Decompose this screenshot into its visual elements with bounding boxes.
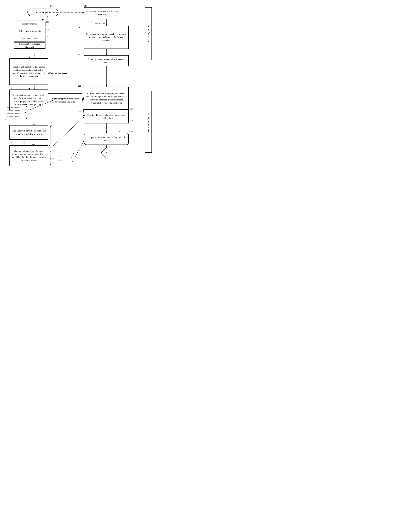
mapping-set-4: {s₄, statements₄} [7,115,20,118]
security-analysis-box: Security analysis [14,21,45,27]
svg-line-32 [75,141,84,158]
security-analysis-label: Security analysis [22,22,37,25]
ref-205-label: 205 [50,5,53,7]
buffer-overflow-label: Buffer overflow analysis [19,30,41,32]
ref-225: 225 [130,108,133,110]
ref-230-1: 230-1 [32,123,36,125]
instrument-each-label: Instrument each source statement [15,42,44,49]
label-object-label: Label object created due to a source cal… [11,65,46,78]
ref-207-label: 207 [46,15,49,18]
ref-293: 293 [46,35,49,37]
overlap-slices-label: Overlap between slices: Sources whose sl… [11,150,46,162]
shallow-analysis-box: Use shallow static analysis to locate el… [84,7,120,19]
dynamic-analysis-label: Dynamic Analysis 202 [145,91,152,152]
svg-text:A: A [105,151,107,154]
type-state-box: Type-state analysis [14,35,45,42]
ref-216: 216 [32,88,36,89]
output-partitions-box: Output: Partitions of sources (e.g., set… [84,133,129,145]
instrument-each-box: Instrument each source statement [14,42,45,49]
output-partitions-label: Output: Partitions of sources (e.g., set… [86,136,127,142]
instrument-program-box: Instrument the program to enable subsequ… [84,26,129,49]
ref-255: 255 [130,131,133,133]
diagram-container: 205 Input: Program 205 207 Security anal… [0,0,154,206]
ref-230-2: 230-2 [32,143,36,146]
ref-222: 222 [78,85,81,87]
partition-2: {s2, s3} [57,158,63,162]
mapping-set-1: {s₁, statements₁} [7,106,20,109]
buffer-overflow-box: Buffer overflow analysis [14,28,45,34]
dynamic-analysis-text: Dynamic Analysis 202 [147,112,150,132]
ref-245: 245 [22,142,25,144]
static-analysis-label: Static Analysis 201 [145,7,152,60]
ref-230: 230 [130,119,133,121]
ref-219: 219 [9,88,12,89]
svg-line-31 [53,117,84,146]
terminal-a-diamond: A [101,148,111,158]
execute-instrumented-box: Execute the instrumented program code on… [84,87,129,110]
partition-sources-label: Partition the sources based on one or mo… [86,114,127,120]
type-state-label: Type-state analysis [21,37,38,40]
instrument-program-label: Instrument the program to enable subsequ… [86,32,127,42]
instrument-dataflow-label: Instrument program such that each data-f… [11,94,46,106]
ref-223: 223 [78,110,81,112]
s-set-label: {s₁, s₂, s₃, s₄} [95,22,106,25]
ref-257: 257 [118,131,121,133]
brace-partition-svg [49,125,53,166]
brace-output-svg [71,153,75,162]
create-executable-box: Create executable version of instrumente… [84,55,129,66]
input-program-box: Input: Program [27,9,58,16]
partition-1: {s1, s4} [57,154,63,158]
svg-line-23 [82,98,84,117]
output-mapping-box: Output: Mapping of each source to corres… [48,94,82,107]
ref-257-1: 257-1 [50,151,54,152]
slice-size-label: Slice size: Partitions should not be too… [11,129,46,135]
output-mapping-label: Output: Mapping of each source to corres… [50,97,81,103]
create-executable-label: Create executable version of instrumente… [86,58,127,64]
mapping-sets: {s₁, statements₁} {s₂, statements₂} {s₃,… [7,106,20,118]
mapping-set-3: {s₃, statements₃} [7,112,20,115]
partition-sources-box: Partition the sources based on one or mo… [84,110,129,123]
ref-240: 240 [9,142,12,144]
ref-217: 217 [130,51,133,53]
shallow-analysis-label: Use shallow static analysis to locate el… [86,10,118,16]
ref-218: 218 [48,72,51,74]
ref-220: 220 [78,53,81,55]
ref-224: 224 [3,118,6,120]
input-program-label: Input: Program [36,11,50,14]
ref-292: 292 [46,28,49,30]
mapping-set-2: {s₂, statements₂} [7,109,20,112]
ref-257-2: 257-2 [50,158,54,160]
partition-sets: {s1, s4} {s2, s3} [57,154,63,162]
execute-instrumented-label: Execute the instrumented program code on… [86,92,127,104]
ref-208: 208 [89,20,92,22]
brace-svg [26,106,29,119]
ref-291: 291 [46,21,49,23]
ref-210: 210 [84,5,87,7]
ref-215: 215 [78,26,81,29]
overlap-slices-box: Overlap between slices: Sources whose sl… [9,146,48,166]
label-object-box: Label object created due to a source cal… [9,58,48,85]
static-analysis-text: Static Analysis 201 [147,25,150,42]
slice-size-box: Slice size: Partitions should not be too… [9,125,48,140]
